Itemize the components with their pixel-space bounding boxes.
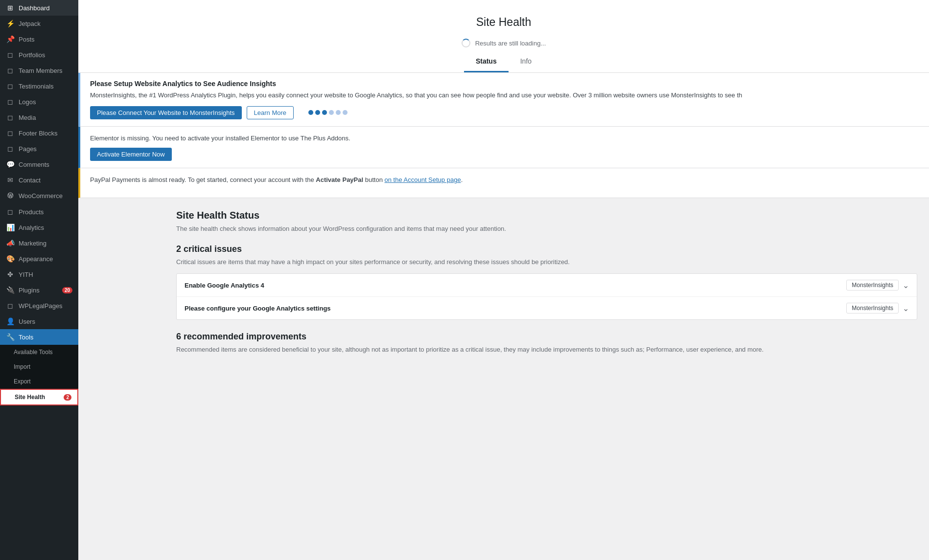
account-setup-link[interactable]: on the Account Setup page — [384, 176, 461, 183]
tab-info[interactable]: Info — [509, 53, 543, 72]
recommended-title: 6 recommended improvements — [176, 332, 917, 342]
sidebar-item-users[interactable]: 👤 Users — [0, 314, 78, 329]
critical-desc: Critical issues are items that may have … — [176, 257, 917, 267]
products-icon: ◻ — [6, 208, 15, 216]
posts-icon: 📌 — [6, 35, 15, 43]
notices-area: Please Setup Website Analytics to See Au… — [78, 73, 929, 198]
site-health-status-desc: The site health check shows information … — [176, 225, 917, 232]
dashboard-icon: ⊞ — [6, 4, 15, 12]
pages-icon: ◻ — [6, 145, 15, 153]
critical-section: 2 critical issues Critical issues are it… — [176, 244, 917, 320]
sidebar-item-logos[interactable]: ◻ Logos — [0, 94, 78, 110]
footer-blocks-icon: ◻ — [6, 129, 15, 137]
submenu-import[interactable]: Import — [0, 359, 78, 374]
issue-tag-1: MonsterInsights — [846, 303, 899, 314]
sidebar: ⊞ Dashboard ⚡ Jetpack 📌 Posts ◻ Portfoli… — [0, 0, 78, 560]
yith-icon: ✤ — [6, 270, 15, 278]
comments-icon: 💬 — [6, 160, 15, 168]
sidebar-item-wplegal[interactable]: ◻ WPLegalPages — [0, 298, 78, 314]
sidebar-item-woocommerce[interactable]: Ⓦ WooCommerce — [0, 188, 78, 204]
sidebar-item-jetpack[interactable]: ⚡ Jetpack — [0, 16, 78, 31]
sidebar-item-analytics[interactable]: 📊 Analytics — [0, 220, 78, 235]
sidebar-item-products[interactable]: ◻ Products — [0, 204, 78, 220]
paypal-notice: PayPal Payments is almost ready. To get … — [78, 168, 929, 198]
elementor-notice-text: Elementor is missing. You need to activa… — [90, 134, 919, 143]
dots-indicator — [308, 110, 348, 115]
wplegal-icon: ◻ — [6, 302, 15, 310]
sidebar-item-team-members[interactable]: ◻ Team Members — [0, 63, 78, 78]
sidebar-item-comments[interactable]: 💬 Comments — [0, 157, 78, 172]
plugins-icon: 🔌 — [6, 286, 15, 294]
analytics-notice-text: MonsterInsights, the #1 WordPress Analyt… — [90, 90, 919, 100]
chevron-down-icon-1[interactable]: ⌄ — [903, 304, 909, 313]
sidebar-item-portfolios[interactable]: ◻ Portfolios — [0, 47, 78, 63]
marketing-icon: 📣 — [6, 239, 15, 247]
issue-label-0: Enable Google Analytics 4 — [185, 282, 264, 289]
sidebar-item-contact[interactable]: ✉ Contact — [0, 172, 78, 188]
media-icon: ◻ — [6, 113, 15, 121]
sidebar-item-posts[interactable]: 📌 Posts — [0, 31, 78, 47]
sidebar-item-testimonials[interactable]: ◻ Testimonials — [0, 78, 78, 94]
issue-tag-0: MonsterInsights — [846, 280, 899, 291]
portfolios-icon: ◻ — [6, 51, 15, 59]
issue-label-1: Please configure your Google Analytics s… — [185, 305, 331, 312]
dot-4 — [329, 110, 334, 115]
learn-more-button[interactable]: Learn More — [247, 106, 294, 119]
sidebar-item-dashboard[interactable]: ⊞ Dashboard — [0, 0, 78, 16]
plugins-badge: 20 — [62, 287, 72, 293]
submenu-export[interactable]: Export — [0, 374, 78, 389]
site-health-status-title: Site Health Status — [176, 210, 917, 221]
issue-list: Enable Google Analytics 4 MonsterInsight… — [176, 273, 917, 320]
recommended-desc: Recommended items are considered benefic… — [176, 345, 917, 355]
sidebar-item-plugins[interactable]: 🔌 Plugins 20 — [0, 282, 78, 298]
sidebar-item-footer-blocks[interactable]: ◻ Footer Blocks — [0, 125, 78, 141]
loading-row: Results are still loading... — [90, 35, 917, 53]
analytics-notice-actions: Please Connect Your Website to MonsterIn… — [90, 106, 919, 119]
issue-right-1: MonsterInsights ⌄ — [846, 303, 909, 314]
sidebar-item-tools[interactable]: 🔧 Tools — [0, 329, 78, 345]
analytics-notice: Please Setup Website Analytics to See Au… — [78, 73, 929, 127]
sidebar-item-pages[interactable]: ◻ Pages — [0, 141, 78, 157]
testimonials-icon: ◻ — [6, 82, 15, 90]
issue-item-1: Please configure your Google Analytics s… — [177, 297, 917, 319]
appearance-icon: 🎨 — [6, 255, 15, 263]
tab-status[interactable]: Status — [464, 53, 509, 72]
team-members-icon: ◻ — [6, 67, 15, 74]
submenu-available-tools[interactable]: Available Tools — [0, 345, 78, 359]
dot-3 — [322, 110, 327, 115]
dot-1 — [308, 110, 313, 115]
dot-5 — [336, 110, 341, 115]
elementor-notice: Elementor is missing. You need to activa… — [78, 127, 929, 169]
activate-elementor-button[interactable]: Activate Elementor Now — [90, 148, 172, 161]
woocommerce-icon: Ⓦ — [6, 192, 15, 200]
connect-monsterinsights-button[interactable]: Please Connect Your Website to MonsterIn… — [90, 106, 242, 119]
dot-6 — [343, 110, 348, 115]
sidebar-item-media[interactable]: ◻ Media — [0, 110, 78, 125]
critical-title: 2 critical issues — [176, 244, 917, 254]
recommended-section: 6 recommended improvements Recommended i… — [176, 332, 917, 355]
analytics-notice-title: Please Setup Website Analytics to See Au… — [90, 80, 919, 88]
contact-icon: ✉ — [6, 176, 15, 184]
jetpack-icon: ⚡ — [6, 20, 15, 27]
users-icon: 👤 — [6, 317, 15, 325]
sidebar-item-yith[interactable]: ✤ YITH — [0, 267, 78, 282]
dot-2 — [315, 110, 320, 115]
site-health-badge: 2 — [64, 394, 71, 401]
elementor-notice-actions: Activate Elementor Now — [90, 148, 919, 161]
chevron-down-icon-0[interactable]: ⌄ — [903, 281, 909, 290]
paypal-notice-text: PayPal Payments is almost ready. To get … — [90, 175, 919, 185]
page-title: Site Health — [476, 16, 532, 29]
sidebar-item-marketing[interactable]: 📣 Marketing — [0, 235, 78, 251]
submenu-site-health[interactable]: Site Health 2 — [0, 389, 78, 405]
site-health-area: Site Health Status The site health check… — [78, 198, 929, 366]
sidebar-item-appearance[interactable]: 🎨 Appearance — [0, 251, 78, 267]
tools-icon: 🔧 — [6, 333, 15, 341]
issue-item-0: Enable Google Analytics 4 MonsterInsight… — [177, 274, 917, 297]
loading-spinner — [462, 39, 470, 47]
analytics-icon: 📊 — [6, 224, 15, 231]
tabs-row: Status Info — [90, 53, 917, 72]
main-content: Site Health Results are still loading...… — [78, 0, 929, 560]
page-header: Site Health Results are still loading...… — [78, 0, 929, 73]
logos-icon: ◻ — [6, 98, 15, 106]
issue-right-0: MonsterInsights ⌄ — [846, 280, 909, 291]
